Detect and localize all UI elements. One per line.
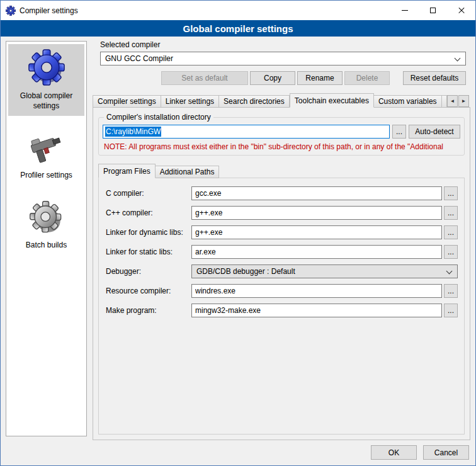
chevron-down-icon — [455, 55, 461, 62]
ok-button[interactable]: OK — [371, 445, 417, 460]
resource-compiler-label: Resource compiler: — [106, 287, 191, 295]
sidebar-item-global-compiler-settings[interactable]: Global compiler settings — [8, 44, 84, 116]
page-title: Global compiler settings — [1, 20, 475, 37]
compiler-select-section: Selected compiler GNU GCC Compiler Set a… — [93, 40, 470, 85]
tab-scroll-left-button[interactable]: ◄ — [447, 95, 458, 107]
sidebar-item-profiler-settings[interactable]: Profiler settings — [8, 126, 84, 186]
linker-static-input[interactable] — [191, 245, 442, 259]
program-files-panel: C compiler: ... C++ compiler: ... Linker… — [98, 178, 465, 435]
compiler-buttons-row: Set as default Copy Rename Delete Reset … — [100, 71, 466, 85]
arrow-left-icon: ◄ — [450, 98, 455, 104]
sidebar-item-label: Profiler settings — [20, 171, 72, 181]
maximize-icon — [430, 8, 436, 13]
cpp-compiler-input[interactable] — [191, 206, 442, 220]
tab-compiler-settings[interactable]: Compiler settings — [93, 95, 161, 108]
arrow-right-icon: ► — [462, 98, 467, 104]
installation-directory-browse-button[interactable]: ... — [392, 125, 406, 139]
installation-directory-input[interactable]: C:\raylib\MinGW — [103, 125, 390, 139]
delete-button[interactable]: Delete — [344, 71, 390, 85]
subtab-additional-paths[interactable]: Additional Paths — [156, 166, 220, 178]
linker-dynamic-browse-button[interactable]: ... — [444, 225, 458, 239]
compiler-settings-dialog: Compiler settings Global compiler settin… — [0, 0, 476, 466]
chevron-down-icon — [446, 268, 453, 275]
window-controls — [390, 1, 475, 20]
resource-compiler-browse-button[interactable]: ... — [444, 284, 458, 298]
minimize-icon — [402, 10, 408, 11]
main-area: Selected compiler GNU GCC Compiler Set a… — [93, 40, 470, 440]
toolchain-executables-panel: Compiler's installation directory C:\ray… — [93, 107, 470, 440]
linker-static-browse-button[interactable]: ... — [444, 245, 458, 259]
field-row-linker-dynamic: Linker for dynamic libs: ... — [106, 225, 458, 239]
maximize-button[interactable] — [419, 1, 447, 20]
field-row-c-compiler: C compiler: ... — [106, 186, 458, 200]
linker-static-label: Linker for static libs: — [106, 247, 191, 256]
installation-directory-row: C:\raylib\MinGW ... Auto-detect — [103, 125, 460, 139]
sidebar-item-label: Global compiler settings — [14, 91, 79, 111]
tab-linker-settings[interactable]: Linker settings — [161, 95, 219, 108]
debugger-dropdown[interactable]: GDB/CDB debugger : Default — [191, 264, 458, 278]
installation-directory-value: C:\raylib\MinGW — [105, 127, 161, 137]
make-program-browse-button[interactable]: ... — [444, 304, 458, 317]
app-gear-icon — [6, 6, 16, 16]
auto-detect-button[interactable]: Auto-detect — [409, 125, 460, 139]
titlebar: Compiler settings — [1, 1, 475, 20]
cpp-compiler-browse-button[interactable]: ... — [444, 206, 458, 220]
c-compiler-browse-button[interactable]: ... — [444, 186, 458, 200]
field-row-debugger: Debugger: GDB/CDB debugger : Default — [106, 264, 458, 278]
tab-search-directories[interactable]: Search directories — [219, 95, 290, 108]
close-icon — [458, 7, 465, 14]
installation-directory-title: Compiler's installation directory — [104, 113, 213, 122]
cancel-button[interactable]: Cancel — [423, 445, 469, 460]
subtab-program-files[interactable]: Program Files — [98, 164, 156, 178]
linker-dynamic-input[interactable] — [191, 225, 442, 239]
set-as-default-button[interactable]: Set as default — [161, 71, 248, 85]
reset-defaults-button[interactable]: Reset defaults — [403, 71, 466, 85]
make-program-input[interactable] — [191, 304, 442, 317]
debugger-value: GDB/CDB debugger : Default — [196, 267, 295, 276]
selected-compiler-label: Selected compiler — [100, 40, 466, 49]
window-title: Compiler settings — [20, 6, 78, 15]
tab-scroll-controls: ◄ ► — [447, 95, 469, 107]
sidebar: Global compiler settings Profiler settin… — [6, 41, 87, 436]
linker-dynamic-label: Linker for dynamic libs: — [106, 228, 191, 237]
tab-toolchain-executables[interactable]: Toolchain executables — [290, 93, 374, 108]
tab-custom-variables[interactable]: Custom variables — [374, 95, 442, 108]
settings-tabstrip: Compiler settings Linker settings Search… — [93, 93, 470, 108]
selected-compiler-dropdown[interactable]: GNU GCC Compiler — [100, 52, 466, 65]
close-button[interactable] — [447, 1, 475, 20]
resource-compiler-input[interactable] — [191, 284, 442, 298]
debugger-label: Debugger: — [106, 267, 191, 276]
bin-subdirectory-note: NOTE: All programs must exist either in … — [104, 142, 460, 151]
blue-gear-icon — [27, 48, 66, 87]
tab-scroll-right-button[interactable]: ► — [458, 95, 469, 107]
field-row-linker-static: Linker for static libs: ... — [106, 245, 458, 259]
rename-button[interactable]: Rename — [297, 71, 343, 85]
field-row-cpp-compiler: C++ compiler: ... — [106, 206, 458, 220]
installation-directory-group: Compiler's installation directory C:\ray… — [98, 117, 465, 156]
minimize-button[interactable] — [390, 1, 419, 20]
profiler-tool-icon — [28, 130, 65, 166]
dialog-footer: OK Cancel — [371, 445, 469, 460]
make-program-label: Make program: — [106, 306, 191, 315]
field-row-resource-compiler: Resource compiler: ... — [106, 284, 458, 298]
field-row-make-program: Make program: ... — [106, 304, 458, 317]
sidebar-item-batch-builds[interactable]: Batch builds — [8, 196, 84, 256]
cpp-compiler-label: C++ compiler: — [106, 208, 191, 217]
c-compiler-input[interactable] — [191, 186, 442, 200]
gray-gear-stack-icon — [28, 200, 65, 236]
selected-compiler-value: GNU GCC Compiler — [105, 54, 173, 63]
program-files-subtabstrip: Program Files Additional Paths — [98, 164, 465, 178]
sidebar-item-label: Batch builds — [26, 241, 67, 251]
c-compiler-label: C compiler: — [106, 189, 191, 198]
tab-build-truncated[interactable]: Buil — [442, 95, 447, 108]
copy-button[interactable]: Copy — [250, 71, 295, 85]
